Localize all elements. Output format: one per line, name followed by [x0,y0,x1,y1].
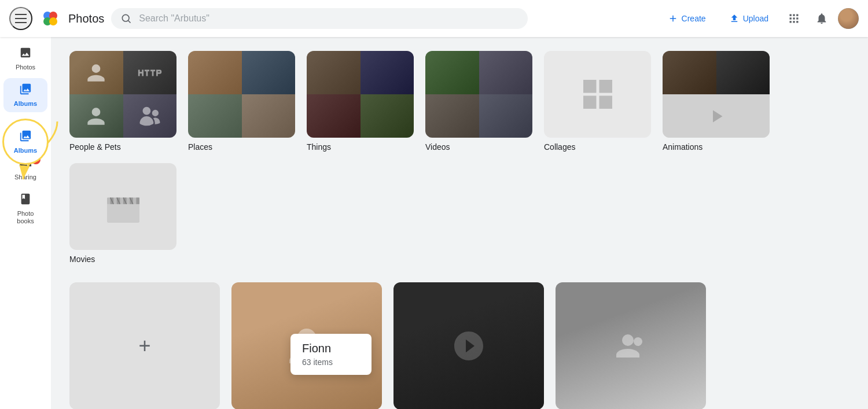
animation-icon [706,106,727,127]
photobooks-icon [19,193,32,208]
create-button[interactable]: Create [659,9,715,28]
thumb-cell-2 [123,51,177,94]
svg-rect-13 [793,21,795,23]
album-ice-icon [613,329,648,363]
people-pets-label: People & Pets [69,142,176,152]
svg-point-4 [123,14,130,21]
logo-text: Photos [68,12,104,25]
sharing-label: Sharing [14,174,36,181]
svg-point-15 [92,64,101,73]
menu-button[interactable] [9,7,32,30]
topbar-actions: Create Upload [659,7,859,30]
album-lifewire-icon [451,329,486,363]
thumb-cell-3 [69,94,123,138]
photobooks-label: Photo books [10,210,41,225]
albums-highlight-label: Albums [14,147,37,154]
thumb-cell-4 [123,94,177,138]
albums-row: + Create album Fionn 63 items Fionn 63 i… [69,282,849,409]
category-animations[interactable]: Animations [663,51,770,152]
places-thumb [188,51,295,138]
animations-label: Animations [663,142,770,152]
category-things[interactable]: Things [307,51,414,152]
upload-icon [729,13,740,24]
apps-icon [788,13,800,24]
svg-line-5 [128,21,131,23]
logo-svg [39,8,61,30]
create-plus-icon: + [138,334,150,358]
album-ice-skating[interactable]: 12/29/2018: Ice Skating with the Holly f… [556,282,706,409]
sidebar: Photos Albums Assistant 1 Sharing Phot [0,37,51,409]
categories-row: People & Pets Places [69,51,849,264]
content-area: People & Pets Places [51,37,868,409]
search-icon [120,13,132,24]
svg-rect-23 [136,198,139,204]
svg-rect-14 [796,21,798,23]
albums-label: Albums [14,100,37,108]
apps-button[interactable] [782,7,806,30]
svg-point-29 [622,334,634,346]
album-lifewire[interactable]: Lifewire Slideshow 5 items [393,282,544,409]
topbar: Photos Create Upload [0,0,868,37]
create-label: Create [682,14,706,23]
notifications-button[interactable] [810,7,833,30]
svg-rect-11 [796,17,798,19]
svg-point-30 [634,337,642,346]
album-tooltip: Fionn 63 items [290,334,372,375]
videos-label: Videos [425,142,532,152]
collage-icon [580,77,615,112]
people-pets-thumb [69,51,176,138]
sidebar-item-photos[interactable]: Photos [3,42,47,76]
videos-thumb [425,51,532,138]
album-fionn[interactable]: Fionn 63 items Fionn 63 items [231,282,382,409]
things-thumb [307,51,414,138]
albums-icon [19,83,32,98]
thumb-cell-1 [69,51,123,94]
category-people-pets[interactable]: People & Pets [69,51,176,152]
collages-thumb [544,51,651,138]
places-label: Places [188,142,295,152]
bell-icon [815,12,828,25]
animations-thumb [663,51,770,138]
albums-highlight-icon [19,130,32,145]
svg-rect-6 [790,14,792,16]
create-album-thumb[interactable]: + [69,282,220,409]
main-layout: Photos Albums Assistant 1 Sharing Phot [0,37,868,409]
sidebar-item-photobooks[interactable]: Photo books [3,188,47,230]
google-photos-logo[interactable]: Photos [39,8,104,30]
album-lifewire-thumb [393,282,544,409]
search-bar[interactable] [111,8,528,29]
create-album-card[interactable]: + Create album [69,282,220,409]
svg-rect-9 [790,17,792,19]
svg-rect-12 [790,21,792,23]
logo-icon [39,8,61,30]
category-videos[interactable]: Videos [425,51,532,152]
category-movies[interactable]: Movies [69,163,176,264]
svg-rect-7 [793,14,795,16]
category-places[interactable]: Places [188,51,295,152]
album-fionn-thumb: Fionn 63 items [231,282,382,409]
svg-rect-10 [793,17,795,19]
movies-label: Movies [69,255,176,264]
photos-label: Photos [16,64,35,71]
album-ice-skating-thumb [556,282,706,409]
svg-point-16 [92,108,101,116]
albums-highlight-circle: Albums [2,119,49,165]
upload-button[interactable]: Upload [720,9,778,28]
svg-rect-8 [796,14,798,16]
upload-label: Upload [743,14,768,23]
tooltip-count: 63 items [302,358,360,367]
avatar[interactable] [838,8,859,29]
create-icon [668,13,678,24]
svg-rect-17 [107,202,139,223]
photos-icon [19,46,32,61]
category-collages[interactable]: Collages [544,51,651,152]
search-input[interactable] [139,13,518,24]
things-label: Things [307,142,414,152]
svg-point-3 [49,17,57,25]
movie-icon [103,186,144,227]
collages-label: Collages [544,142,651,152]
movies-thumb [69,163,176,250]
sidebar-item-albums[interactable]: Albums [3,78,47,112]
tooltip-title: Fionn [302,342,360,355]
